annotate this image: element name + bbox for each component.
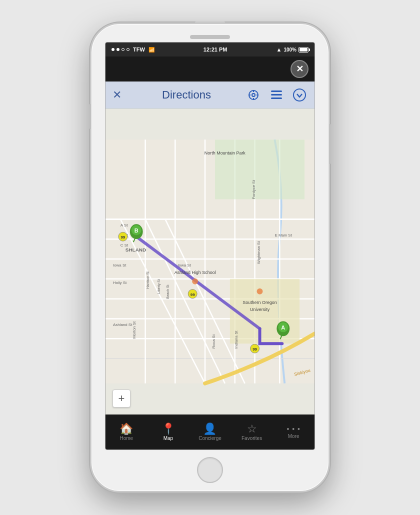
signal-dot-1 xyxy=(112,48,114,51)
svg-rect-30 xyxy=(215,140,304,199)
battery-icon xyxy=(298,47,308,52)
toolbar-icons xyxy=(246,87,308,103)
signal-dot-3 xyxy=(122,48,124,51)
more-icon: • • • xyxy=(286,426,300,432)
crosshair-icon xyxy=(248,89,260,101)
svg-text:Harrison St: Harrison St xyxy=(146,272,150,289)
map-pin-icon: 📍 xyxy=(162,424,175,434)
svg-text:B: B xyxy=(134,228,138,234)
nav-item-more[interactable]: • • • More xyxy=(272,414,314,450)
battery-pct: 100% xyxy=(284,47,296,52)
svg-text:Holly St: Holly St xyxy=(113,280,127,285)
svg-text:Fordyce St: Fordyce St xyxy=(252,180,256,199)
svg-text:SHLAND: SHLAND xyxy=(126,247,146,252)
svg-text:Southern Oregon: Southern Oregon xyxy=(242,300,277,305)
map-svg: North Mountain Park A St B St C St Harri… xyxy=(106,108,314,414)
crosshair-button[interactable] xyxy=(246,87,262,103)
close-circle-button[interactable]: ✕ xyxy=(290,60,308,78)
volume-button xyxy=(89,104,91,129)
power-button xyxy=(329,124,331,164)
svg-text:Morton St: Morton St xyxy=(132,321,136,338)
directions-title: Directions xyxy=(128,88,246,102)
svg-text:University: University xyxy=(250,307,270,312)
status-right: ▲ 100% xyxy=(276,46,308,52)
svg-text:Iowa St: Iowa St xyxy=(113,263,126,268)
svg-point-1 xyxy=(252,94,255,96)
nav-item-concierge[interactable]: 👤 Concierge xyxy=(189,414,231,450)
svg-text:99: 99 xyxy=(252,347,257,352)
nav-item-home[interactable]: 🏠 Home xyxy=(106,414,148,450)
top-button xyxy=(195,22,225,24)
directions-toolbar: ✕ Directions xyxy=(106,82,314,108)
svg-text:99: 99 xyxy=(120,235,125,240)
svg-text:E Main St: E Main St xyxy=(274,233,292,238)
svg-text:Ashland High School: Ashland High School xyxy=(174,270,216,275)
svg-text:Beach St: Beach St xyxy=(166,284,170,298)
close-circle-icon: ✕ xyxy=(296,64,304,74)
list-icon xyxy=(271,90,282,100)
svg-text:A: A xyxy=(281,324,285,330)
svg-rect-6 xyxy=(271,90,282,92)
svg-text:Iowa St: Iowa St xyxy=(178,263,191,268)
zoom-plus-icon: + xyxy=(118,392,125,405)
svg-text:A St: A St xyxy=(120,223,128,228)
screen: TFW 📶 12:21 PM ▲ 100% ✕ ✕ Directions xyxy=(105,42,315,450)
home-button[interactable] xyxy=(197,457,223,483)
wifi-icon: 📶 xyxy=(148,47,154,52)
svg-point-58 xyxy=(192,278,198,284)
svg-text:99: 99 xyxy=(190,292,195,297)
svg-text:Wightman St: Wightman St xyxy=(256,241,261,264)
signal-dot-4 xyxy=(126,48,130,51)
speaker xyxy=(190,35,230,39)
phone-frame: TFW 📶 12:21 PM ▲ 100% ✕ ✕ Directions xyxy=(90,22,330,492)
svg-text:Ashland St: Ashland St xyxy=(113,322,132,327)
concierge-label: Concierge xyxy=(198,436,222,441)
location-icon: ▲ xyxy=(276,46,282,52)
svg-rect-8 xyxy=(271,98,282,99)
dropdown-button[interactable] xyxy=(292,87,308,103)
svg-text:Liberty St: Liberty St xyxy=(157,279,161,294)
concierge-icon: 👤 xyxy=(203,424,216,434)
svg-point-59 xyxy=(257,288,263,294)
map-label: Map xyxy=(164,436,173,441)
battery-fill xyxy=(300,48,308,52)
svg-rect-7 xyxy=(271,94,282,96)
home-icon: 🏠 xyxy=(120,424,133,434)
dropdown-icon xyxy=(292,88,306,102)
more-label: More xyxy=(288,434,300,439)
favorites-icon: ☆ xyxy=(247,424,257,434)
map-container[interactable]: North Mountain Park A St B St C St Harri… xyxy=(106,108,314,414)
carrier-label: TFW xyxy=(133,46,145,52)
favorites-label: Favorites xyxy=(242,436,262,441)
directions-close-button[interactable]: ✕ xyxy=(112,90,122,100)
list-button[interactable] xyxy=(268,87,284,103)
status-bar: TFW 📶 12:21 PM ▲ 100% xyxy=(106,42,314,56)
svg-point-9 xyxy=(294,89,306,101)
svg-text:Indiana St: Indiana St xyxy=(234,330,238,349)
status-left: TFW 📶 xyxy=(112,46,154,52)
status-time: 12:21 PM xyxy=(204,46,228,52)
svg-text:Roca St: Roca St xyxy=(212,334,216,348)
dark-header: ✕ xyxy=(106,56,314,82)
north-mountain-label: North Mountain Park xyxy=(204,150,246,156)
nav-item-map[interactable]: 📍 Map xyxy=(148,414,190,450)
nav-item-favorites[interactable]: ☆ Favorites xyxy=(231,414,273,450)
signal-dot-2 xyxy=(116,48,120,51)
home-label: Home xyxy=(120,436,133,441)
bottom-nav: 🏠 Home 📍 Map 👤 Concierge ☆ Favorites • •… xyxy=(106,414,314,450)
zoom-in-button[interactable]: + xyxy=(112,390,130,408)
